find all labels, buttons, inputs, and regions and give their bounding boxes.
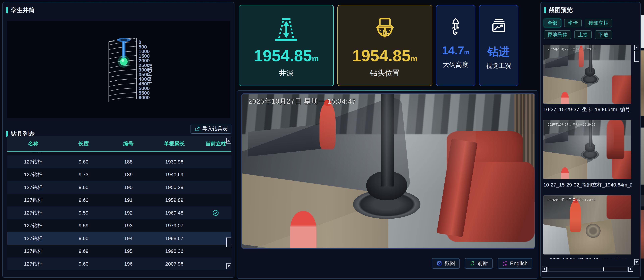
- table-row[interactable]: 127钻杆 9.60 196 2007.96: [8, 257, 232, 270]
- screenshot-caption: 2025-10-25_21-30-43_manual.jpg: [544, 257, 632, 259]
- scroll-up-button[interactable]: [226, 138, 231, 144]
- row-number: 196: [108, 261, 148, 267]
- filter-pull-up-button[interactable]: 上提: [574, 30, 592, 39]
- table-row[interactable]: 127钻杆 9.59 192 1969.48: [8, 206, 232, 219]
- col-header-cumulative: 单根累长: [148, 140, 200, 147]
- bit-marker-shine: [122, 59, 124, 62]
- table-row[interactable]: 127钻杆 9.60 191 1959.89: [8, 194, 232, 206]
- row-length: 9.59: [59, 210, 108, 216]
- refresh-icon: [470, 260, 475, 266]
- title-accent-bar: [544, 7, 546, 14]
- table-row[interactable]: 127钻杆 9.73 189 1940.69: [8, 168, 232, 181]
- import-icon: [194, 126, 200, 132]
- row-name: 127钻杆: [8, 222, 59, 229]
- screenshot-button-label: 截图: [444, 260, 455, 267]
- scroll-up-button[interactable]: [634, 45, 639, 50]
- wellbore-3d-view[interactable]: 0500100015002000250030003500400045005000…: [8, 21, 230, 118]
- screenshot-preview-title: 截图预览: [541, 6, 640, 14]
- row-number: 190: [108, 184, 148, 190]
- table-row[interactable]: 127钻杆 9.59 193 1979.07: [8, 219, 232, 232]
- row-number: 192: [108, 210, 148, 216]
- up-arrow-icon: [635, 47, 638, 48]
- visual-condition-card: 钻进 视觉工况: [479, 5, 518, 86]
- scene-haze: [300, 94, 476, 202]
- filter-hover-button[interactable]: 原地悬停: [544, 30, 571, 39]
- row-cumulative: 1930.96: [148, 159, 200, 165]
- row-length: 9.60: [59, 235, 108, 241]
- screenshot-item: 2025年10月27日 星期一 15:29:05 10-27_15-29-02_…: [544, 120, 632, 188]
- row-name: 127钻杆: [8, 209, 59, 216]
- row-length: 9.73: [59, 172, 108, 177]
- bit-position-marker: [120, 58, 128, 66]
- live-video-frame[interactable]: 2025年10月27日 星期一 15:34:47: [241, 93, 535, 249]
- cutoff-thumbnail-fragment: [641, 210, 644, 258]
- left-panel: 孪生井筒 05001000150020002500300035004000450…: [2, 2, 234, 278]
- drill-bit-icon: [372, 16, 398, 43]
- import-drill-table-button[interactable]: 导入钻具表: [190, 124, 232, 134]
- table-row[interactable]: 127钻杆 9.60 187 1921.36: [8, 152, 232, 155]
- row-length: 9.60: [59, 197, 108, 203]
- filter-stand-connect-button[interactable]: 接卸立柱: [585, 19, 612, 27]
- wellbore-panel-title: 孪生井筒: [3, 6, 234, 14]
- screenshot-thumbnail[interactable]: 2025年10月25日 星期六 21:30:40: [544, 195, 631, 254]
- wellbore-top-hole: [120, 39, 128, 41]
- wellbore-3d-canvas: 0500100015002000250030003500400045005000…: [8, 21, 230, 118]
- thumbnail-scene: [544, 195, 631, 254]
- row-cumulative: 1979.07: [148, 223, 200, 228]
- table-row[interactable]: 127钻杆 9.60 190 1950.29: [8, 181, 232, 194]
- thumbnail-timestamp-overlay: 2025年10月27日 星期一 15:29:05: [548, 122, 595, 127]
- table-row[interactable]: 127钻杆 9.69 195 1998.36: [8, 245, 232, 257]
- condition-monitor-icon: [488, 15, 509, 40]
- screenshot-thumbnail[interactable]: 2025年10月27日 星期一 15:29:05: [544, 120, 631, 179]
- table-row[interactable]: 127钻杆 9.60 188 1930.96: [8, 155, 232, 168]
- scroll-left-button[interactable]: [542, 266, 547, 271]
- thumbnail-timestamp-overlay: 2025年10月27日 星期一 15:29:33: [548, 47, 595, 51]
- screenshot-list: 2025年10月27日 星期一 15:29:33 10-27_15-29-37_…: [544, 45, 632, 259]
- well-depth-value: 1954.85m: [254, 48, 319, 64]
- hook-height-label: 大钩高度: [443, 61, 468, 69]
- bit-position-label: 钻头位置: [370, 68, 400, 78]
- bit-position-value: 1954.85m: [352, 48, 418, 64]
- refresh-button[interactable]: 刷新: [465, 258, 492, 268]
- row-cumulative: 1988.67: [148, 235, 200, 241]
- video-toolbar: 截图 刷新 A 文 English: [432, 258, 532, 268]
- drill-table: 名称 长度 编号 单根累长 当前立柱 127钻杆 9.60 187 1921.3…: [8, 136, 232, 270]
- scroll-down-button[interactable]: [634, 259, 639, 265]
- cutoff-thumbnail-fragment: [641, 128, 644, 185]
- screenshot-item: 2025年10月25日 星期六 21:30:40 2025-10-25_21-3…: [544, 195, 632, 259]
- scrollbar-thumb[interactable]: [634, 51, 639, 62]
- horizontal-scrollbar-thumb[interactable]: [548, 267, 604, 271]
- drill-table-scrollbar[interactable]: [226, 138, 231, 269]
- row-length: 9.60: [59, 152, 108, 153]
- filter-lower-button[interactable]: 下放: [595, 30, 612, 39]
- well-depth-icon: [274, 16, 299, 43]
- screenshot-filters: 全部 坐卡 接卸立柱 原地悬停 上提 下放: [544, 19, 634, 39]
- language-toggle-button[interactable]: A 文 English: [498, 258, 532, 268]
- row-cumulative: 1969.48: [148, 210, 200, 216]
- preview-vertical-scrollbar[interactable]: [634, 45, 639, 265]
- scrollbar-thumb[interactable]: [226, 237, 231, 247]
- screenshot-icon: [436, 260, 442, 266]
- down-arrow-icon: [228, 265, 230, 267]
- scene-worker-foreground: [290, 211, 316, 249]
- row-cumulative: 1921.36: [148, 152, 200, 153]
- preview-horizontal-scrollbar[interactable]: [542, 266, 633, 271]
- scroll-right-button[interactable]: [628, 266, 633, 271]
- current-stand-check-icon: [212, 209, 219, 216]
- filter-slip-set-button[interactable]: 坐卡: [564, 19, 582, 27]
- screenshot-preview-panel: 截图预览 全部 坐卡 接卸立柱 原地悬停 上提 下放 2025年10月27日 星…: [540, 2, 641, 278]
- table-row[interactable]: 127钻杆 9.60 194 1988.67: [8, 232, 232, 245]
- row-number: 188: [108, 159, 148, 165]
- screenshot-button[interactable]: 截图: [432, 258, 460, 268]
- rig-floor-video: [242, 94, 535, 248]
- cutoff-gap: [641, 195, 644, 206]
- well-depth-card: 1954.85m 井深: [239, 5, 334, 86]
- bit-position-card: 1954.85m 钻头位置: [338, 5, 432, 86]
- horizontal-scroll-track[interactable]: [548, 266, 628, 271]
- screenshot-thumbnail[interactable]: 2025年10月27日 星期一 15:29:33: [544, 45, 631, 104]
- scroll-down-button[interactable]: [226, 263, 231, 269]
- row-name: 127钻杆: [8, 235, 59, 242]
- row-cumulative: 1959.89: [148, 197, 200, 203]
- filter-all-button[interactable]: 全部: [544, 19, 561, 27]
- row-number: 189: [108, 172, 148, 177]
